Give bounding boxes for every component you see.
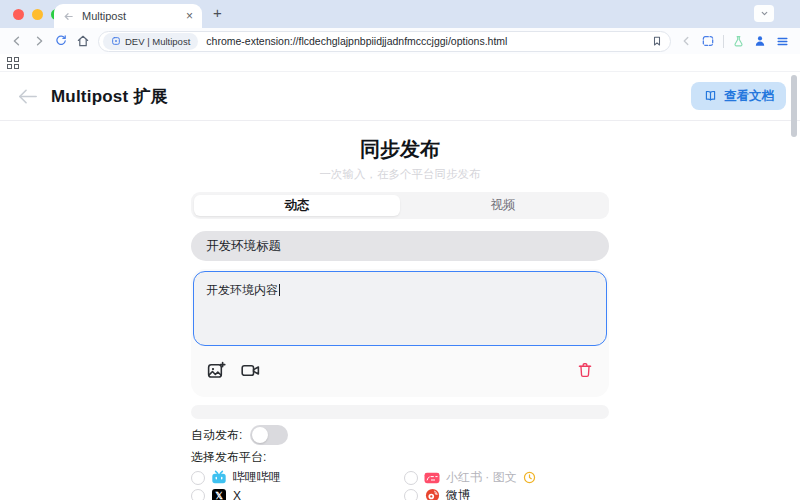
section-title: 同步发布 — [191, 136, 609, 163]
back-arrow-logo-icon[interactable] — [14, 85, 41, 108]
title-input[interactable]: 开发环境标题 — [191, 231, 609, 261]
extension-badge-label: DEV | Multipost — [125, 36, 190, 47]
tab-search-chevron-icon[interactable] — [754, 5, 774, 22]
toolbar-divider — [723, 35, 724, 48]
tab-strip: Multipost × + — [0, 0, 800, 28]
auto-publish-row: 自动发布: — [191, 425, 609, 445]
platform-x[interactable]: 𝕏 X — [191, 488, 404, 500]
browser-toolbar: DEV | Multipost chrome-extension://flcde… — [0, 28, 800, 54]
weibo-icon — [424, 488, 440, 500]
auto-publish-toggle[interactable] — [250, 425, 288, 445]
xiaohongshu-checkbox[interactable] — [404, 471, 418, 485]
apps-grid-icon[interactable] — [7, 57, 19, 69]
multipost-favicon-icon — [63, 11, 74, 22]
bilibili-icon — [211, 470, 227, 486]
x-logo-letter: 𝕏 — [212, 489, 226, 500]
url-text[interactable]: chrome-extension://flcdechglajpnbpiidjja… — [206, 35, 643, 47]
view-docs-label: 查看文档 — [724, 88, 774, 105]
bilibili-checkbox[interactable] — [191, 471, 205, 485]
tab-close-icon[interactable]: × — [186, 10, 193, 22]
address-bar[interactable]: DEV | Multipost chrome-extension://flcde… — [98, 31, 671, 52]
platform-weibo[interactable]: 微博 — [404, 488, 609, 500]
app-header: Multipost 扩展 查看文档 — [0, 71, 800, 121]
platform-name: 小红书 · 图文 — [446, 469, 517, 486]
xiaohongshu-icon — [424, 470, 440, 486]
platform-name: 哔哩哔哩 — [233, 469, 281, 486]
toggle-knob — [252, 427, 268, 443]
platform-list: 哔哩哔哩 小红书 · 图文 𝕏 X — [191, 470, 609, 500]
auto-publish-label: 自动发布: — [191, 427, 242, 444]
minimize-window-button[interactable] — [32, 9, 43, 20]
add-video-icon[interactable] — [239, 360, 262, 381]
content-type-tabs: 动态 视频 — [191, 192, 609, 219]
page-title: Multipost 扩展 — [51, 85, 168, 108]
new-tab-button[interactable]: + — [213, 4, 222, 21]
weibo-checkbox[interactable] — [404, 489, 418, 500]
x-checkbox[interactable] — [191, 489, 205, 500]
platform-bilibili[interactable]: 哔哩哔哩 — [191, 470, 404, 485]
bookmark-icon[interactable] — [651, 35, 663, 47]
section-placeholder-bar — [191, 405, 609, 419]
extension-origin-badge[interactable]: DEV | Multipost — [103, 33, 198, 50]
labs-flask-icon[interactable] — [732, 35, 745, 48]
screenshot-icon[interactable] — [701, 34, 715, 48]
tab-video[interactable]: 视频 — [400, 195, 606, 216]
editor-card: 开发环境内容 — [191, 269, 609, 397]
platform-name: X — [233, 489, 241, 500]
page-viewport: Multipost 扩展 查看文档 同步发布 一次输入，在多个平台同步发布 动态… — [0, 71, 800, 500]
close-window-button[interactable] — [13, 9, 24, 20]
trash-icon[interactable] — [576, 361, 594, 379]
reload-icon[interactable] — [54, 34, 68, 48]
back-icon[interactable] — [10, 34, 24, 48]
platforms-label: 选择发布平台: — [191, 449, 609, 466]
forward-icon[interactable] — [32, 34, 46, 48]
content-text: 开发环境内容 — [206, 283, 278, 297]
add-image-icon[interactable] — [206, 360, 227, 381]
clock-icon — [523, 471, 536, 484]
x-icon: 𝕏 — [211, 488, 227, 500]
platform-xiaohongshu[interactable]: 小红书 · 图文 — [404, 470, 609, 485]
view-docs-button[interactable]: 查看文档 — [691, 82, 786, 110]
book-icon — [703, 89, 718, 103]
media-toolbar — [193, 355, 607, 385]
browser-tab[interactable]: Multipost × — [54, 4, 202, 28]
tab-dynamic[interactable]: 动态 — [194, 195, 400, 216]
menu-icon[interactable] — [775, 35, 790, 48]
publish-form: 同步发布 一次输入，在多个平台同步发布 动态 视频 开发环境标题 开发环境内容 — [191, 136, 609, 500]
profile-icon[interactable] — [753, 34, 767, 48]
text-cursor — [279, 284, 280, 296]
share-icon[interactable] — [679, 34, 693, 48]
home-icon[interactable] — [76, 34, 90, 48]
browser-window: Multipost × + DEV | Multipost chrome-ext… — [0, 0, 800, 500]
bookmarks-bar — [0, 54, 800, 71]
section-subtitle: 一次输入，在多个平台同步发布 — [191, 167, 609, 182]
tab-title: Multipost — [82, 10, 186, 22]
page-scrollbar[interactable] — [791, 75, 797, 137]
platform-name: 微博 — [446, 487, 470, 500]
content-textarea[interactable]: 开发环境内容 — [193, 271, 607, 346]
